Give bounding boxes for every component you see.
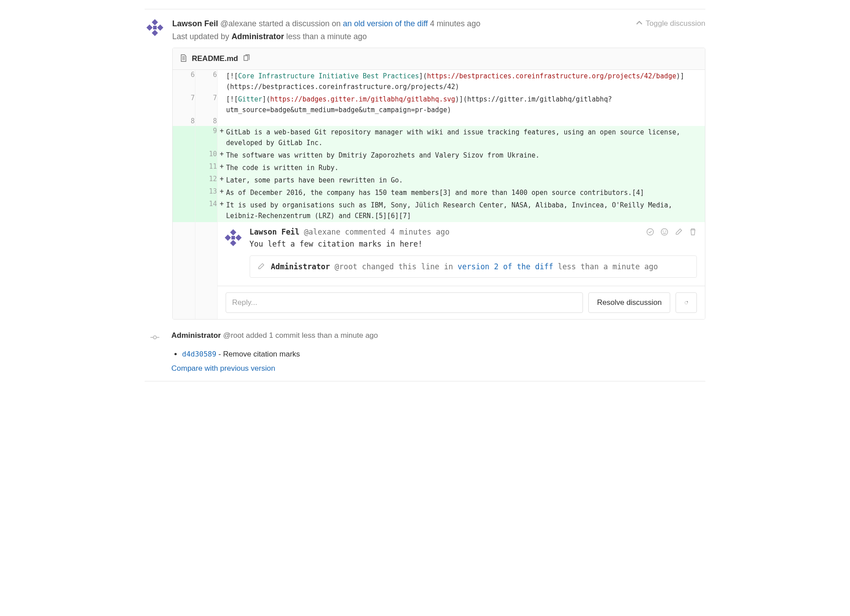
code-content: The code is written in Ruby. — [226, 162, 705, 174]
code-content: [![Gitter](https://badges.gitter.im/gitl… — [226, 93, 705, 116]
line-number-new[interactable]: 9 — [195, 126, 217, 149]
commit-list: d4d30589 - Remove citation marks — [182, 350, 705, 359]
trash-icon[interactable] — [689, 227, 697, 237]
code-content: Later, some parts have been rewritten in… — [226, 174, 705, 186]
commit-action-text: added 1 commit — [246, 331, 300, 340]
code-content: The software was written by Dmitriy Zapo… — [226, 149, 705, 162]
discussion-header: Lawson Feil @alexane started a discussio… — [145, 9, 705, 48]
system-note-link[interactable]: version 2 of the diff — [457, 262, 553, 271]
svg-rect-5 — [153, 26, 157, 29]
comment-author[interactable]: Lawson Feil — [250, 227, 300, 236]
line-number-old[interactable]: 8 — [173, 116, 195, 126]
svg-rect-12 — [231, 236, 235, 239]
comment-time: 4 minutes ago — [390, 227, 449, 236]
updated-prefix: Last updated by — [172, 32, 229, 41]
commit-time: less than a minute ago — [302, 331, 378, 340]
code-content: It is used by organisations such as IBM,… — [226, 199, 705, 222]
system-note-action: changed this line in — [362, 262, 453, 271]
diff-marker: + — [217, 174, 226, 186]
system-note-handle[interactable]: @root — [335, 262, 357, 271]
resolve-discussion-button[interactable]: Resolve discussion — [588, 292, 670, 313]
file-header: README.md — [173, 48, 705, 70]
comment-action: commented — [345, 227, 386, 236]
line-number-new[interactable]: 13 — [195, 186, 217, 199]
diff-marker: + — [217, 126, 226, 149]
diff-marker — [217, 116, 226, 126]
code-content — [226, 116, 705, 126]
diff-line[interactable]: 14+It is used by organisations such as I… — [173, 199, 705, 222]
line-number-old[interactable] — [173, 186, 195, 199]
line-number-new[interactable]: 12 — [195, 174, 217, 186]
line-number-old[interactable] — [173, 199, 195, 222]
avatar[interactable] — [223, 227, 243, 248]
commit-icon — [145, 331, 165, 342]
commit-author-handle[interactable]: @root — [223, 331, 244, 340]
diff-marker: + — [217, 186, 226, 199]
diff-line[interactable]: 77[![Gitter](https://badges.gitter.im/gi… — [173, 93, 705, 116]
avatar[interactable] — [145, 17, 165, 38]
old-diff-link[interactable]: an old version of the diff — [343, 19, 428, 28]
svg-point-14 — [661, 228, 668, 235]
commit-author[interactable]: Administrator — [171, 331, 221, 340]
line-number-old[interactable] — [173, 174, 195, 186]
updated-time: less than a minute ago — [286, 32, 367, 41]
diff-marker — [217, 93, 226, 116]
toggle-label: Toggle discussion — [646, 19, 705, 28]
line-number-new[interactable]: 6 — [195, 70, 217, 93]
toggle-discussion-button[interactable]: Toggle discussion — [635, 17, 705, 43]
line-number-new[interactable]: 10 — [195, 149, 217, 162]
system-note-author[interactable]: Administrator — [271, 262, 330, 271]
updated-by[interactable]: Administrator — [231, 32, 284, 41]
svg-point-15 — [663, 231, 664, 231]
line-number-old[interactable]: 7 — [173, 93, 195, 116]
commit-list-item: d4d30589 - Remove citation marks — [182, 350, 705, 359]
system-note-time: less than a minute ago — [558, 262, 658, 271]
diff-marker: + — [217, 162, 226, 174]
line-number-new[interactable]: 7 — [195, 93, 217, 116]
svg-point-13 — [647, 228, 654, 235]
line-number-old[interactable]: 6 — [173, 70, 195, 93]
emoji-icon[interactable] — [660, 227, 668, 237]
reply-input[interactable] — [226, 292, 583, 313]
svg-rect-6 — [244, 56, 248, 61]
line-number-old[interactable] — [173, 162, 195, 174]
diff-line[interactable]: 66[![Core Infrastructure Initiative Best… — [173, 70, 705, 93]
diff-marker: + — [217, 199, 226, 222]
comment-author-handle[interactable]: @alexane — [304, 227, 340, 236]
new-issue-button[interactable] — [676, 292, 697, 313]
resolve-icon[interactable] — [646, 227, 654, 237]
header-time: 4 minutes ago — [430, 19, 480, 28]
file-icon — [180, 54, 187, 63]
diff-line[interactable]: 88 — [173, 116, 705, 126]
line-number-old[interactable] — [173, 126, 195, 149]
diff-table: 66[![Core Infrastructure Initiative Best… — [173, 70, 705, 319]
commit-event: Administrator @root added 1 commit less … — [145, 320, 705, 345]
reply-row: Resolve discussion — [218, 286, 705, 319]
commit-sha-link[interactable]: d4d30589 — [182, 350, 216, 358]
started-text: started a discussion on — [259, 19, 340, 28]
diff-line[interactable]: 10+The software was written by Dmitriy Z… — [173, 149, 705, 162]
line-number-old[interactable] — [173, 149, 195, 162]
code-content: [![Core Infrastructure Initiative Best P… — [226, 70, 705, 93]
comment-row: Lawson Feil @alexane commented 4 minutes… — [173, 222, 705, 319]
copy-path-icon[interactable] — [243, 54, 250, 63]
compare-link[interactable]: Compare with previous version — [171, 364, 275, 373]
diff-line[interactable]: 12+Later, some parts have been rewritten… — [173, 174, 705, 186]
author-name[interactable]: Lawson Feil — [172, 19, 218, 28]
svg-point-18 — [154, 336, 157, 339]
line-number-new[interactable]: 11 — [195, 162, 217, 174]
code-content: GitLab is a web-based Git repository man… — [226, 126, 705, 149]
diff-line[interactable]: 11+The code is written in Ruby. — [173, 162, 705, 174]
diff-line[interactable]: 9+GitLab is a web-based Git repository m… — [173, 126, 705, 149]
author-handle[interactable]: @alexane — [220, 19, 256, 28]
line-number-new[interactable]: 8 — [195, 116, 217, 126]
diff-marker: + — [217, 149, 226, 162]
pencil-icon — [257, 262, 265, 271]
chevron-up-icon — [635, 19, 643, 28]
edit-icon[interactable] — [675, 227, 683, 237]
line-number-new[interactable]: 14 — [195, 199, 217, 222]
diff-line[interactable]: 13+As of December 2016, the company has … — [173, 186, 705, 199]
filename[interactable]: README.md — [192, 54, 238, 63]
code-content: As of December 2016, the company has 150… — [226, 186, 705, 199]
comment-text: You left a few citation marks in here! — [250, 239, 697, 254]
